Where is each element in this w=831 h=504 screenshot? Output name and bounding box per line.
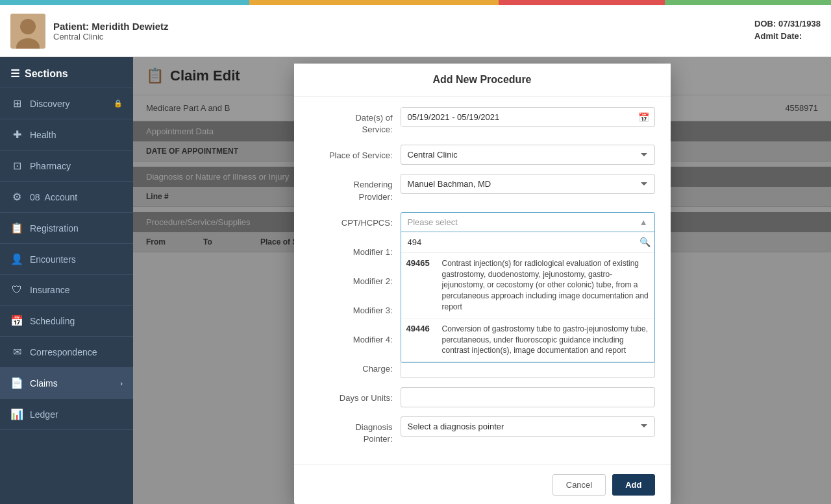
sidebar-item-scheduling[interactable]: 📅 Scheduling: [0, 306, 133, 337]
add-button[interactable]: Add: [612, 474, 654, 496]
cpt-result-item[interactable]: 49465 Contrast injection(s) for radiolog…: [401, 253, 654, 318]
search-icon: 🔍: [639, 237, 651, 247]
modifier4-label: Modifier 4:: [310, 329, 401, 346]
calendar-icon: 📅: [633, 108, 654, 126]
cpt-dropdown-trigger[interactable]: Please select ▲: [401, 212, 655, 232]
account-icon: ⚙: [10, 191, 23, 203]
sidebar-item-insurance[interactable]: 🛡 Insurance: [0, 275, 133, 306]
main-content: 📋 Claim Edit Medicare Part A and B 45589…: [133, 57, 831, 504]
sidebar-item-pharmacy[interactable]: ⊡ Pharmacy: [0, 150, 133, 182]
sidebar-item-label: Discovery: [30, 99, 69, 109]
cpt-dropdown-open: 🔍 49465 Contrast injection(s) for radiol…: [401, 232, 655, 363]
sidebar-item-correspondence[interactable]: ✉ Correspondence: [0, 337, 133, 368]
patient-dob: DOB: 07/31/1938 Admit Date:: [754, 19, 821, 43]
dates-of-service-control: 📅: [401, 107, 655, 127]
place-of-service-control: Central Clinic: [401, 145, 655, 165]
sidebar-item-label: Encounters: [30, 254, 76, 265]
patient-name: Patient: Meridith Dewietz: [53, 21, 728, 32]
sidebar-item-encounters[interactable]: 👤 Encounters: [0, 244, 133, 275]
scheduling-icon: 📅: [10, 315, 23, 327]
sidebar-item-ledger[interactable]: 📊 Ledger: [0, 399, 133, 430]
patient-clinic: Central Clinic: [53, 32, 728, 42]
sidebar-item-label: Claims: [30, 378, 58, 389]
app-header: Patient: Meridith Dewietz Central Clinic…: [0, 5, 831, 57]
sidebar-item-label: Ledger: [30, 409, 58, 420]
diagnosis-pointer-control: Select a diagnosis pointer: [401, 416, 655, 437]
cpt-description: Contrast injection(s) for radiological e…: [442, 258, 649, 313]
cpt-search-row: 🔍: [401, 232, 654, 253]
sidebar: ☰ Sections ⊞ Discovery 🔒 ✚ Health ⊡ Phar…: [0, 57, 133, 504]
chevron-right-icon: ›: [120, 379, 123, 387]
cpt-code: 49446: [406, 324, 436, 356]
insurance-icon: 🛡: [10, 284, 23, 296]
sidebar-item-label: Health: [30, 130, 56, 140]
rendering-provider-select[interactable]: Manuel Bachman, MD: [401, 174, 655, 194]
modal-footer: Cancel Add: [294, 464, 671, 504]
days-units-row: Days or Units:: [310, 387, 655, 407]
cpt-code: 49465: [406, 258, 436, 313]
modifier3-label: Modifier 3:: [310, 300, 401, 317]
health-icon: ✚: [10, 128, 23, 141]
cpt-hcpcs-control: Please select ▲ 🔍: [401, 212, 655, 232]
place-of-service-label: Place of Service:: [310, 145, 401, 162]
rendering-provider-row: RenderingProvider: Manuel Bachman, MD: [310, 174, 655, 202]
hamburger-icon: ☰: [10, 67, 19, 80]
claims-icon: 📄: [10, 377, 23, 389]
rendering-provider-control: Manuel Bachman, MD: [401, 174, 655, 194]
diagnosis-pointer-row: DiagnosisPointer: Select a diagnosis poi…: [310, 416, 655, 445]
diagnosis-pointer-label: DiagnosisPointer:: [310, 416, 401, 445]
days-units-input[interactable]: [401, 387, 655, 407]
cancel-button[interactable]: Cancel: [552, 474, 606, 496]
dob-value: 07/31/1938: [778, 19, 821, 29]
sidebar-item-label: 08 Account: [30, 192, 77, 202]
chevron-up-icon: ▲: [639, 217, 648, 227]
lock-icon: 🔒: [114, 99, 123, 108]
cpt-placeholder: Please select: [408, 217, 458, 227]
sidebar-item-discovery[interactable]: ⊞ Discovery 🔒: [0, 88, 133, 119]
sections-header: ☰ Sections: [0, 57, 133, 88]
dates-of-service-label: Date(s) ofService:: [310, 107, 401, 136]
sidebar-item-label: Scheduling: [30, 316, 75, 326]
days-units-label: Days or Units:: [310, 387, 401, 404]
sidebar-item-account[interactable]: ⚙ 08 Account: [0, 182, 133, 213]
ledger-icon: 📊: [10, 408, 23, 420]
admit-label: Admit Date:: [754, 31, 802, 41]
dates-of-service-input[interactable]: [401, 108, 633, 126]
discovery-icon: ⊞: [10, 97, 23, 110]
registration-icon: 📋: [10, 222, 23, 234]
days-units-control: [401, 387, 655, 407]
add-procedure-modal: Add New Procedure Date(s) ofService: 📅: [294, 64, 671, 504]
sidebar-item-label: Correspondence: [30, 347, 97, 357]
sections-label: Sections: [25, 68, 68, 80]
modal-body: Date(s) ofService: 📅 Place of Service:: [294, 97, 671, 464]
sidebar-item-label: Pharmacy: [30, 161, 71, 171]
modifier1-label: Modifier 1:: [310, 241, 401, 258]
encounters-icon: 👤: [10, 253, 23, 265]
cpt-search-input[interactable]: [405, 235, 639, 250]
avatar: [10, 14, 45, 49]
dates-of-service-row: Date(s) ofService: 📅: [310, 107, 655, 136]
sidebar-item-claims[interactable]: 📄 Claims ›: [0, 368, 133, 399]
diagnosis-pointer-select[interactable]: Select a diagnosis pointer: [401, 416, 655, 437]
rendering-provider-label: RenderingProvider:: [310, 174, 401, 202]
sidebar-item-label: Insurance: [30, 285, 69, 295]
modal-overlay: Add New Procedure Date(s) ofService: 📅: [133, 57, 831, 504]
place-of-service-select[interactable]: Central Clinic: [401, 145, 655, 165]
sidebar-item-registration[interactable]: 📋 Registration: [0, 213, 133, 244]
dates-of-service-input-wrap[interactable]: 📅: [401, 107, 655, 127]
pharmacy-icon: ⊡: [10, 160, 23, 172]
cpt-dropdown-container: Please select ▲ 🔍: [401, 212, 655, 232]
dob-label: DOB:: [754, 19, 776, 29]
place-of-service-row: Place of Service: Central Clinic: [310, 145, 655, 165]
cpt-hcpcs-row: CPT/HCPCS: Please select ▲: [310, 212, 655, 232]
sidebar-item-health[interactable]: ✚ Health: [0, 119, 133, 150]
modal-title: Add New Procedure: [294, 64, 671, 97]
patient-info: Patient: Meridith Dewietz Central Clinic: [53, 21, 728, 42]
charge-label: Charge:: [310, 358, 401, 375]
main-layout: ☰ Sections ⊞ Discovery 🔒 ✚ Health ⊡ Phar…: [0, 57, 831, 504]
svg-point-1: [20, 19, 36, 34]
correspondence-icon: ✉: [10, 346, 23, 358]
sidebar-item-label: Registration: [30, 223, 79, 234]
cpt-results-list: 49465 Contrast injection(s) for radiolog…: [401, 253, 654, 362]
cpt-result-item[interactable]: 49446 Conversion of gastrostomy tube to …: [401, 318, 654, 362]
